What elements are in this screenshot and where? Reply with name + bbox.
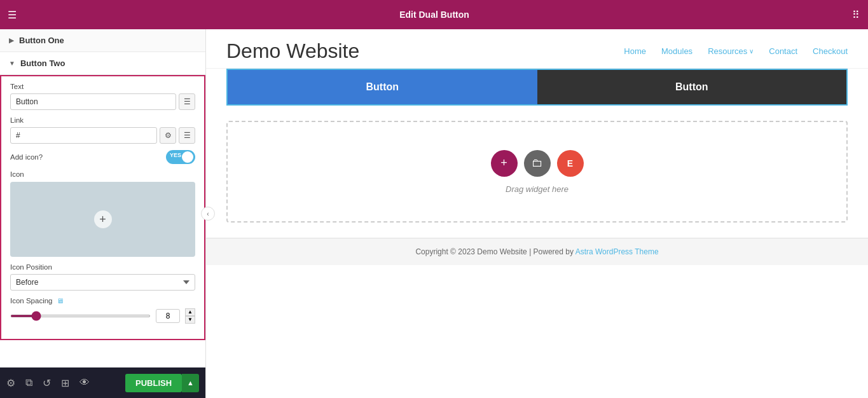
bottom-toolbar: ⚙ ⧉ ↺ ⊞ 👁 PUBLISH ▲ [0, 367, 205, 398]
button-two-label: Button Two [20, 58, 65, 68]
nav-modules[interactable]: Modules [661, 46, 692, 56]
site-nav: Home Modules Resources ∨ Contact Checkou… [624, 46, 848, 56]
publish-button[interactable]: PUBLISH [125, 374, 182, 392]
history-icon[interactable]: ↺ [43, 377, 51, 389]
icon-picker[interactable]: + [10, 182, 195, 257]
button-two-arrow: ▼ [9, 60, 15, 67]
link-input[interactable] [10, 127, 157, 144]
nav-checkout[interactable]: Checkout [813, 46, 848, 56]
toggle-yes-label: YES [170, 152, 181, 158]
text-field-row: Text ☰ [10, 83, 195, 110]
icon-picker-plus: + [94, 210, 112, 228]
icon-position-select[interactable]: Before After [10, 274, 195, 291]
button-one-arrow: ▶ [9, 37, 14, 44]
sidebar-wrapper: ▶ Button One ▼ Button Two Text ☰ [0, 29, 206, 398]
link-gear-icon[interactable]: ⚙ [160, 127, 176, 144]
sidebar: ▶ Button One ▼ Button Two Text ☰ [0, 29, 206, 398]
text-list-icon[interactable]: ☰ [179, 93, 195, 110]
nav-resources[interactable]: Resources ∨ [708, 46, 754, 56]
settings-icon[interactable]: ⚙ [6, 377, 15, 389]
icon-spacing-number[interactable] [156, 309, 180, 323]
monitor-icon: 🖥 [57, 297, 64, 305]
folder-icon[interactable]: 🗀 [524, 150, 551, 177]
footer-link[interactable]: Astra WordPress Theme [575, 247, 659, 256]
spin-down[interactable]: ▼ [185, 316, 195, 324]
text-label: Text [10, 83, 195, 90]
spacing-label-group: Icon Spacing 🖥 [10, 297, 64, 305]
link-field-row: Link ⚙ ☰ [10, 116, 195, 144]
button-two-panel: Text ☰ Link ⚙ ☰ [0, 75, 205, 340]
elementor-icon[interactable]: E [557, 150, 584, 177]
site-header: Demo Website Home Modules Resources ∨ Co… [206, 29, 868, 69]
nav-home[interactable]: Home [624, 46, 646, 56]
icon-position-row: Icon Position Before After [10, 263, 195, 291]
layers-icon[interactable]: ⧉ [25, 377, 32, 388]
slider-row: ▲ ▼ [10, 308, 195, 324]
publish-arrow-button[interactable]: ▲ [182, 374, 199, 392]
button-two-section[interactable]: ▼ Button Two [0, 52, 205, 75]
button-two-preview[interactable]: Button [537, 70, 847, 104]
link-input-row: ⚙ ☰ [10, 127, 195, 144]
add-widget-icon[interactable]: + [491, 150, 518, 177]
site-footer: Copyright © 2023 Demo Website | Powered … [206, 238, 868, 265]
text-input-row: ☰ [10, 93, 195, 110]
top-bar-title: Edit Dual Button [399, 10, 469, 20]
icon-spacing-label: Icon Spacing [10, 297, 53, 305]
icon-field-row: Icon + [10, 170, 195, 257]
add-icon-row: Add icon? YES [10, 150, 195, 164]
icon-spacing-slider[interactable] [10, 315, 151, 317]
icon-spacing-row: Icon Spacing 🖥 ▲ ▼ [10, 297, 195, 324]
button-one-preview[interactable]: Button [228, 70, 537, 104]
add-icon-toggle[interactable]: YES [166, 150, 195, 164]
text-input[interactable] [10, 93, 176, 110]
main-layout: ▶ Button One ▼ Button Two Text ☰ [0, 29, 868, 398]
resources-chevron-icon: ∨ [749, 48, 754, 55]
grid-icon[interactable]: ⠿ [852, 9, 860, 21]
collapse-handle[interactable]: ‹ [201, 207, 215, 221]
publish-group: PUBLISH ▲ [125, 374, 199, 392]
site-logo: Demo Website [226, 39, 359, 63]
button-one-section[interactable]: ▶ Button One [0, 29, 205, 52]
eye-icon[interactable]: 👁 [79, 377, 90, 388]
content-area: Demo Website Home Modules Resources ∨ Co… [206, 29, 868, 398]
drop-zone[interactable]: + 🗀 E Drag widget here [226, 121, 848, 223]
dual-buttons: Button Button [228, 70, 846, 104]
drag-label: Drag widget here [506, 184, 568, 194]
footer-text: Copyright © 2023 Demo Website | Powered … [415, 247, 575, 256]
link-list-icon[interactable]: ☰ [179, 127, 195, 144]
responsive-icon[interactable]: ⊞ [61, 377, 69, 389]
sidebar-content: ▶ Button One ▼ Button Two Text ☰ [0, 29, 205, 367]
icon-position-label: Icon Position [10, 263, 195, 271]
icon-label: Icon [10, 170, 195, 178]
website-preview: Demo Website Home Modules Resources ∨ Co… [206, 29, 868, 398]
spin-up[interactable]: ▲ [185, 308, 195, 316]
top-bar: ☰ Edit Dual Button ⠿ [0, 0, 868, 29]
button-one-label: Button One [19, 36, 64, 45]
drop-zone-icons: + 🗀 E [491, 150, 584, 177]
spin-buttons: ▲ ▼ [185, 308, 195, 324]
add-icon-label: Add icon? [10, 153, 43, 161]
hamburger-icon[interactable]: ☰ [8, 9, 17, 21]
icon-spacing-label-row: Icon Spacing 🖥 [10, 297, 195, 305]
link-label: Link [10, 116, 195, 124]
nav-contact[interactable]: Contact [769, 46, 797, 56]
dual-button-section: Button Button [226, 69, 848, 106]
